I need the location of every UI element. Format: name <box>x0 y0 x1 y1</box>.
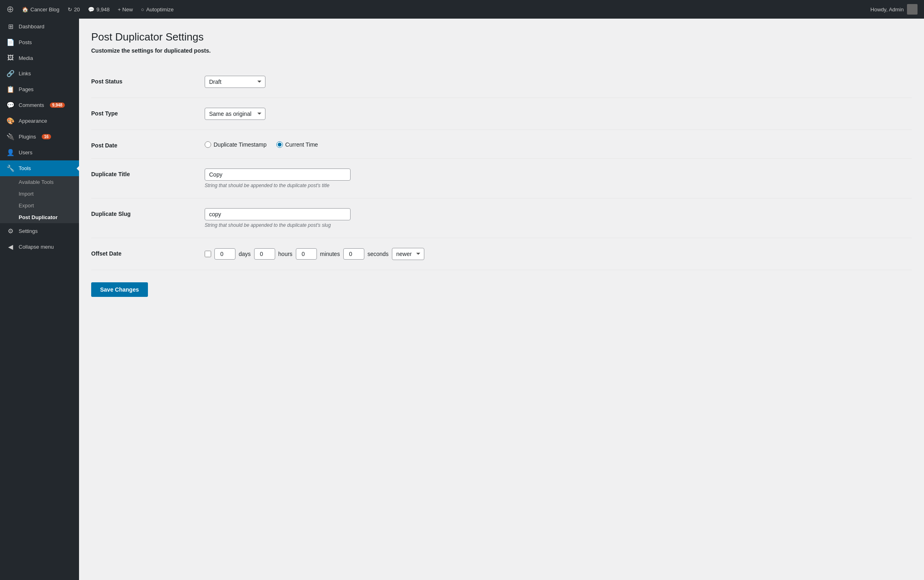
tools-icon: 🔧 <box>6 164 15 172</box>
sidebar-item-settings-label: Settings <box>19 228 38 234</box>
current-time-label: Current Time <box>285 141 318 148</box>
duplicate-slug-label: Duplicate Slug <box>91 208 205 217</box>
sidebar-item-users[interactable]: 👤 Users <box>0 145 79 160</box>
sidebar-item-settings[interactable]: ⚙ Settings <box>0 223 79 239</box>
wp-logo[interactable]: ⊕ <box>6 4 14 15</box>
settings-icon: ⚙ <box>6 227 15 235</box>
offset-seconds-input[interactable] <box>343 248 364 260</box>
offset-minutes-input[interactable] <box>296 248 317 260</box>
admin-bar: ⊕ 🏠 Cancer Blog ↻ 20 💬 9,948 + New ○ Aut… <box>0 0 924 19</box>
sidebar-item-collapse[interactable]: ◀ Collapse menu <box>0 239 79 255</box>
updates-icon: ↻ <box>68 6 72 13</box>
adminbar-new[interactable]: + New <box>118 6 133 13</box>
offset-hours-label: hours <box>278 251 293 257</box>
autoptimize-icon: ○ <box>141 6 144 13</box>
sidebar-item-tools-label: Tools <box>19 165 31 171</box>
sidebar-item-pages-label: Pages <box>19 86 34 92</box>
offset-date-label: Offset Date <box>91 248 205 257</box>
offset-days-label: days <box>239 251 251 257</box>
sidebar-item-dashboard[interactable]: ⊞ Dashboard <box>0 19 79 34</box>
users-icon: 👤 <box>6 149 15 156</box>
adminbar-comments-count: 9,948 <box>96 6 110 13</box>
main-content: Post Duplicator Settings Customize the s… <box>79 19 924 580</box>
duplicate-slug-row: Duplicate Slug String that should be app… <box>91 198 912 238</box>
duplicate-slug-control: String that should be appended to the du… <box>205 208 912 228</box>
sidebar-item-comments[interactable]: 💬 Comments 9,948 <box>0 97 79 113</box>
adminbar-new-label: + New <box>118 6 133 13</box>
post-status-select[interactable]: Draft Published Pending Review Private <box>205 76 265 88</box>
offset-direction-select[interactable]: newer older <box>392 248 424 260</box>
adminbar-autoptimize-label: Autoptimize <box>146 6 174 13</box>
duplicate-title-input[interactable] <box>205 168 351 181</box>
offset-hours-input[interactable] <box>254 248 275 260</box>
adminbar-site[interactable]: 🏠 Cancer Blog <box>22 6 60 13</box>
adminbar-autoptimize[interactable]: ○ Autoptimize <box>141 6 174 13</box>
page-subtitle: Customize the settings for duplicated po… <box>91 47 912 54</box>
comments-bubble-icon: 💬 <box>6 101 15 109</box>
post-date-control: Duplicate Timestamp Current Time <box>205 140 912 148</box>
adminbar-right: Howdy, Admin <box>871 4 918 15</box>
sidebar-item-tools[interactable]: 🔧 Tools <box>0 160 79 176</box>
links-icon: 🔗 <box>6 70 15 77</box>
dashboard-icon: ⊞ <box>6 23 15 30</box>
post-status-label: Post Status <box>91 76 205 85</box>
sidebar-item-plugins[interactable]: 🔌 Plugins 16 <box>0 129 79 145</box>
sidebar-item-links[interactable]: 🔗 Links <box>0 66 79 81</box>
adminbar-comments[interactable]: 💬 9,948 <box>88 6 110 13</box>
post-status-row: Post Status Draft Published Pending Revi… <box>91 66 912 98</box>
post-date-radio-group: Duplicate Timestamp Current Time <box>205 140 912 148</box>
duplicate-title-row: Duplicate Title String that should be ap… <box>91 159 912 198</box>
media-icon: 🖼 <box>6 54 15 62</box>
duplicate-timestamp-label: Duplicate Timestamp <box>214 141 267 148</box>
sidebar-item-collapse-label: Collapse menu <box>19 244 54 250</box>
submenu-import[interactable]: Import <box>0 188 79 200</box>
sidebar-item-dashboard-label: Dashboard <box>19 23 45 30</box>
offset-seconds-label: seconds <box>368 251 389 257</box>
comments-icon: 💬 <box>88 6 94 13</box>
settings-form: Post Status Draft Published Pending Revi… <box>91 66 912 270</box>
sidebar-item-appearance[interactable]: 🎨 Appearance <box>0 113 79 129</box>
adminbar-site-icon: 🏠 <box>22 6 28 13</box>
current-time-option[interactable]: Current Time <box>276 141 318 148</box>
post-date-row: Post Date Duplicate Timestamp Current Ti… <box>91 130 912 159</box>
post-type-select[interactable]: Same as original Post Page <box>205 108 265 120</box>
adminbar-howdy: Howdy, Admin <box>871 6 904 13</box>
collapse-icon: ◀ <box>6 243 15 251</box>
post-status-control: Draft Published Pending Review Private <box>205 76 912 88</box>
post-type-label: Post Type <box>91 108 205 117</box>
comments-badge: 9,948 <box>50 102 65 108</box>
adminbar-site-name: Cancer Blog <box>30 6 60 13</box>
sidebar: ⊞ Dashboard 📄 Posts 🖼 Media 🔗 Links 📋 Pa… <box>0 19 79 580</box>
current-time-radio[interactable] <box>276 141 283 148</box>
sidebar-item-links-label: Links <box>19 70 31 77</box>
offset-minutes-label: minutes <box>320 251 340 257</box>
sidebar-item-plugins-label: Plugins <box>19 134 36 140</box>
sidebar-item-posts[interactable]: 📄 Posts <box>0 34 79 50</box>
post-type-control: Same as original Post Page <box>205 108 912 120</box>
sidebar-item-comments-label: Comments <box>19 102 44 108</box>
sidebar-item-pages[interactable]: 📋 Pages <box>0 81 79 97</box>
page-title: Post Duplicator Settings <box>91 31 912 43</box>
save-changes-button[interactable]: Save Changes <box>91 282 148 297</box>
offset-days-input[interactable] <box>214 248 235 260</box>
tools-submenu: Available Tools Import Export Post Dupli… <box>0 176 79 223</box>
submenu-available-tools[interactable]: Available Tools <box>0 176 79 188</box>
adminbar-updates[interactable]: ↻ 20 <box>68 6 80 13</box>
duplicate-timestamp-option[interactable]: Duplicate Timestamp <box>205 141 267 148</box>
duplicate-slug-description: String that should be appended to the du… <box>205 222 912 228</box>
duplicate-timestamp-radio[interactable] <box>205 141 211 148</box>
submenu-export[interactable]: Export <box>0 200 79 211</box>
adminbar-updates-count: 20 <box>74 6 80 13</box>
duplicate-title-control: String that should be appended to the du… <box>205 168 912 188</box>
duplicate-slug-input[interactable] <box>205 208 351 220</box>
sidebar-item-posts-label: Posts <box>19 39 32 45</box>
offset-date-row: Offset Date days hours minutes seconds n <box>91 238 912 270</box>
offset-date-control: days hours minutes seconds newer older <box>205 248 912 260</box>
sidebar-item-media[interactable]: 🖼 Media <box>0 50 79 66</box>
posts-icon: 📄 <box>6 38 15 46</box>
offset-date-checkbox[interactable] <box>205 251 211 257</box>
submenu-post-duplicator[interactable]: Post Duplicator <box>0 211 79 223</box>
offset-date-controls: days hours minutes seconds newer older <box>205 248 912 260</box>
sidebar-item-users-label: Users <box>19 149 32 156</box>
duplicate-title-description: String that should be appended to the du… <box>205 183 912 188</box>
